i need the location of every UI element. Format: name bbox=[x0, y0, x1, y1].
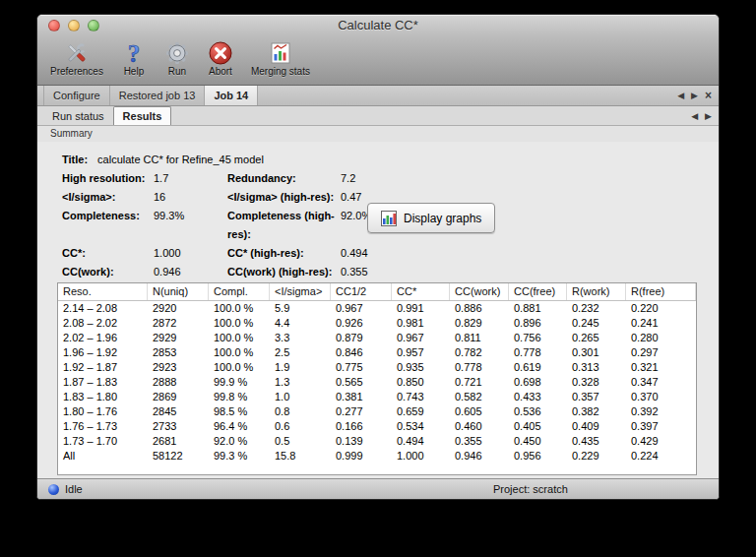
table-row[interactable]: 1.96 – 1.922853100.0 %2.50.8460.9570.782… bbox=[58, 345, 696, 360]
table-cell: 0.536 bbox=[509, 404, 567, 419]
window-title: Calculate CC* bbox=[37, 15, 719, 36]
table-cell: 100.0 % bbox=[209, 316, 270, 331]
zoom-window-button[interactable] bbox=[88, 20, 99, 31]
toolbar-button-run[interactable]: Run bbox=[161, 39, 193, 77]
tab-results[interactable]: Results bbox=[113, 106, 172, 125]
summary-label: CC* (high-res): bbox=[227, 244, 341, 263]
table-cell: 2853 bbox=[148, 345, 209, 360]
subtab-scroll-right-icon[interactable]: ▶ bbox=[705, 112, 712, 121]
table-cell: 0.297 bbox=[626, 345, 696, 360]
table-cell: 0.245 bbox=[567, 316, 626, 331]
toolbar-button-help[interactable]: ? Help bbox=[118, 39, 150, 77]
table-row[interactable]: 1.80 – 1.76284598.5 %0.80.2770.6590.6050… bbox=[58, 404, 696, 419]
table-cell: 0.229 bbox=[567, 449, 626, 464]
minimize-window-button[interactable] bbox=[68, 20, 80, 31]
column-header[interactable]: Reso. bbox=[58, 283, 148, 300]
table-cell: 0.811 bbox=[450, 331, 509, 345]
tab-configure[interactable]: Configure bbox=[43, 86, 110, 105]
table-cell: 58122 bbox=[148, 449, 209, 464]
table-row[interactable]: All5812299.3 %15.80.9991.0000.9460.9560.… bbox=[58, 449, 696, 464]
table-cell: 1.87 – 1.83 bbox=[58, 375, 148, 390]
tab-scroll-right-icon[interactable]: ▶ bbox=[691, 92, 698, 100]
table-cell: 0.534 bbox=[392, 419, 450, 434]
table-cell: 100.0 % bbox=[209, 360, 270, 375]
summary-label: Redundancy: bbox=[227, 169, 341, 188]
results-table: Reso.N(uniq)Compl.<I/sigma>CC1/2CC*CC(wo… bbox=[57, 282, 697, 475]
toolbar-label: Merging stats bbox=[251, 66, 310, 77]
tab-scroll-left-icon[interactable]: ◀ bbox=[677, 92, 684, 100]
table-cell: 4.4 bbox=[270, 316, 331, 331]
table-cell: 0.886 bbox=[450, 301, 509, 316]
table-cell: 15.8 bbox=[270, 449, 331, 464]
table-row[interactable]: 2.14 – 2.082920100.0 %5.90.9670.9910.886… bbox=[58, 301, 696, 316]
display-graphs-button[interactable]: Display graphs bbox=[367, 203, 495, 233]
toolbar-button-merging-stats[interactable]: Merging stats bbox=[248, 39, 313, 77]
summary-value: 0.355 bbox=[341, 263, 371, 281]
table-cell: 0.659 bbox=[392, 404, 450, 419]
column-header[interactable]: CC(free) bbox=[509, 283, 567, 300]
subtab-scroll-left-icon[interactable]: ◀ bbox=[691, 112, 698, 121]
close-window-button[interactable] bbox=[48, 20, 60, 31]
table-cell: 0.582 bbox=[450, 390, 509, 404]
column-header[interactable]: <I/sigma> bbox=[270, 283, 331, 300]
summary-value: 7.2 bbox=[341, 169, 371, 188]
table-cell: 2888 bbox=[148, 375, 209, 390]
table-cell: 0.756 bbox=[509, 331, 567, 345]
display-graphs-label: Display graphs bbox=[404, 212, 481, 225]
tab-job-14[interactable]: Job 14 bbox=[204, 86, 258, 105]
tab-close-icon[interactable]: × bbox=[705, 90, 712, 101]
table-cell: 2869 bbox=[148, 390, 209, 404]
table-cell: 0.967 bbox=[392, 331, 450, 345]
toolbar-button-abort[interactable]: Abort bbox=[205, 39, 236, 77]
result-tab-bar: Run status Results ◀ ▶ bbox=[37, 106, 719, 126]
summary-label: Completeness (high-res): bbox=[227, 207, 341, 244]
tab-restored-job-13[interactable]: Restored job 13 bbox=[109, 86, 206, 105]
table-cell: 0.241 bbox=[626, 316, 696, 331]
table-cell: 0.935 bbox=[392, 360, 450, 375]
table-row[interactable]: 1.83 – 1.80286999.8 %1.00.3810.7430.5820… bbox=[58, 390, 696, 404]
table-cell: All bbox=[58, 449, 148, 464]
toolbar-label: Preferences bbox=[50, 66, 103, 77]
table-cell: 0.999 bbox=[331, 449, 392, 464]
table-cell: 0.409 bbox=[567, 419, 626, 434]
column-header[interactable]: CC1/2 bbox=[331, 283, 392, 300]
table-cell: 0.743 bbox=[392, 390, 450, 404]
bar-chart-icon bbox=[381, 211, 397, 226]
summary-label: CC*: bbox=[62, 244, 154, 263]
toolbar: Preferences ? Help bbox=[37, 36, 719, 86]
table-cell: 0.405 bbox=[509, 419, 567, 434]
table-cell: 0.881 bbox=[509, 301, 567, 316]
table-cell: 1.83 – 1.80 bbox=[58, 390, 148, 404]
table-cell: 0.565 bbox=[331, 375, 392, 390]
table-cell: 0.721 bbox=[450, 375, 509, 390]
title-bar[interactable]: Calculate CC* bbox=[37, 15, 719, 36]
column-header[interactable]: N(uniq) bbox=[148, 283, 209, 300]
summary-value: 1.000 bbox=[154, 244, 227, 263]
table-row[interactable]: 1.76 – 1.73273396.4 %0.60.1660.5340.4600… bbox=[58, 419, 696, 434]
table-cell: 0.957 bbox=[392, 345, 450, 360]
column-header[interactable]: Compl. bbox=[209, 283, 270, 300]
table-cell: 1.80 – 1.76 bbox=[58, 404, 148, 419]
table-row[interactable]: 1.87 – 1.83288899.9 %1.30.5650.8500.7210… bbox=[58, 375, 696, 390]
table-cell: 0.355 bbox=[450, 434, 509, 449]
summary-value: 99.3% bbox=[154, 207, 227, 244]
column-header[interactable]: CC* bbox=[392, 283, 450, 300]
table-cell: 0.460 bbox=[450, 419, 509, 434]
table-cell: 0.778 bbox=[509, 345, 567, 360]
table-row[interactable]: 2.08 – 2.022872100.0 %4.40.9260.9810.829… bbox=[58, 316, 696, 331]
project-label: Project: scratch bbox=[493, 483, 568, 495]
column-header[interactable]: CC(work) bbox=[450, 283, 509, 300]
table-cell: 0.5 bbox=[270, 434, 331, 449]
table-row[interactable]: 1.73 – 1.70268192.0 %0.50.1390.4940.3550… bbox=[58, 434, 696, 449]
table-cell: 0.494 bbox=[392, 434, 450, 449]
column-header[interactable]: R(free) bbox=[626, 283, 696, 300]
summary-grid: High resolution:1.7Redundancy:7.2<I/sigm… bbox=[62, 169, 371, 300]
table-row[interactable]: 1.92 – 1.872923100.0 %1.90.7750.9350.778… bbox=[58, 360, 696, 375]
table-cell: 2845 bbox=[148, 404, 209, 419]
table-row[interactable]: 2.02 – 1.962929100.0 %3.30.8790.9670.811… bbox=[58, 331, 696, 345]
tab-run-status[interactable]: Run status bbox=[43, 107, 113, 125]
toolbar-button-preferences[interactable]: Preferences bbox=[47, 39, 106, 77]
table-cell: 0.313 bbox=[567, 360, 626, 375]
table-cell: 0.232 bbox=[567, 301, 626, 316]
column-header[interactable]: R(work) bbox=[567, 283, 626, 300]
